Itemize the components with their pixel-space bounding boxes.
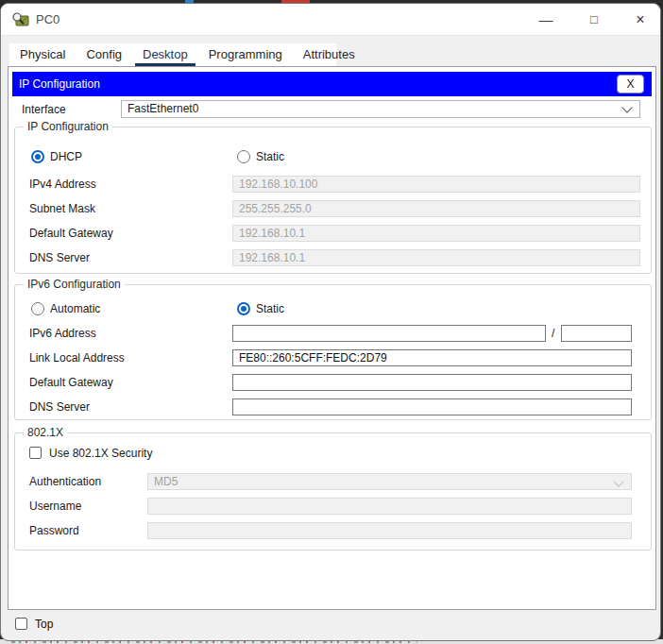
- close-icon[interactable]: ×: [623, 4, 657, 35]
- ipv6-dns-server-label: DNS Server: [29, 398, 90, 415]
- ipv6-static-radio[interactable]: [237, 302, 250, 315]
- ipv6-address-label: IPv6 Address: [29, 325, 96, 342]
- chevron-down-icon: [621, 102, 632, 112]
- ipv4-address-label: IPv4 Address: [29, 176, 96, 193]
- top-checkbox[interactable]: [15, 618, 27, 630]
- tab-bar: Physical Config Desktop Programming Attr…: [9, 43, 336, 67]
- ipv6-dns-server-field[interactable]: [232, 398, 632, 415]
- dhcp-radio[interactable]: [31, 150, 44, 163]
- tab-config[interactable]: Config: [76, 43, 132, 67]
- ipv4-static-radio-label: Static: [256, 148, 284, 165]
- ipv6-configuration-legend: IPv6 Configuration: [24, 278, 125, 292]
- interface-label: Interface: [22, 101, 66, 118]
- tab-programming[interactable]: Programming: [198, 43, 293, 67]
- dhcp-radio-label: DHCP: [50, 148, 82, 165]
- ip-configuration-group: IP Configuration DHCP Static IPv4 Addres…: [14, 127, 652, 274]
- dot1x-legend: 802.1X: [24, 426, 67, 440]
- minimize-icon[interactable]: —: [530, 4, 562, 35]
- ipv6-prefix-separator: /: [552, 327, 554, 340]
- tab-physical[interactable]: Physical: [9, 43, 76, 67]
- ipv4-address-field: 192.168.10.100: [232, 176, 640, 193]
- ipv4-dns-server-field: 192.168.10.1: [232, 249, 640, 266]
- tab-desktop[interactable]: Desktop: [132, 43, 198, 67]
- window-titlebar[interactable]: PC0 — □ ×: [1, 4, 660, 36]
- maximize-icon[interactable]: □: [578, 4, 610, 35]
- ipv6-automatic-radio[interactable]: [31, 302, 44, 315]
- ipv6-address-field[interactable]: [232, 325, 546, 342]
- ip-configuration-titlebar: IP Configuration X: [12, 72, 652, 96]
- interface-select[interactable]: FastEthernet0: [121, 100, 640, 118]
- ipv6-prefix-field[interactable]: [561, 325, 632, 342]
- password-field: [147, 522, 632, 539]
- authentication-value: MD5: [154, 475, 178, 488]
- ip-configuration-legend: IP Configuration: [24, 120, 112, 134]
- desktop-tab-panel: IP Configuration X Interface FastEtherne…: [8, 66, 656, 610]
- ipv4-static-radio[interactable]: [237, 150, 250, 163]
- use-dot1x-security-label: Use 802.1X Security: [49, 445, 152, 462]
- ipv6-configuration-group: IPv6 Configuration Automatic Static IPv6…: [14, 284, 652, 420]
- ipv4-default-gateway-field: 192.168.10.1: [232, 225, 640, 242]
- subnet-mask-field: 255.255.255.0: [232, 200, 640, 217]
- ipv6-static-radio-label: Static: [256, 300, 284, 317]
- chevron-down-icon: [613, 476, 623, 486]
- dot1x-group: 802.1X Use 802.1X Security Authenticatio…: [14, 432, 652, 551]
- top-checkbox-label: Top: [35, 616, 53, 633]
- link-local-address-label: Link Local Address: [29, 349, 125, 366]
- link-local-address-field[interactable]: FE80::260:5CFF:FEDC:2D79: [232, 349, 632, 366]
- dialog-title: IP Configuration: [19, 72, 100, 96]
- ipv6-default-gateway-label: Default Gateway: [29, 374, 113, 391]
- window-title: PC0: [36, 4, 60, 35]
- use-dot1x-security-checkbox[interactable]: [29, 447, 42, 459]
- username-label: Username: [29, 498, 81, 515]
- authentication-select: MD5: [147, 473, 632, 490]
- interface-value: FastEthernet0: [128, 102, 198, 115]
- authentication-label: Authentication: [29, 473, 101, 490]
- dialog-close-button[interactable]: X: [617, 75, 644, 93]
- pc0-window: PC0 — □ × Physical Config Desktop Progra…: [0, 3, 661, 641]
- password-label: Password: [29, 522, 79, 539]
- ipv6-automatic-radio-label: Automatic: [50, 300, 100, 317]
- packet-tracer-app-icon: [12, 11, 29, 28]
- ipv4-dns-server-label: DNS Server: [29, 249, 90, 266]
- ipv6-default-gateway-field[interactable]: [232, 374, 632, 391]
- username-field: [147, 498, 632, 515]
- tab-attributes[interactable]: Attributes: [293, 43, 366, 67]
- subnet-mask-label: Subnet Mask: [29, 200, 95, 217]
- ipv4-default-gateway-label: Default Gateway: [29, 225, 113, 242]
